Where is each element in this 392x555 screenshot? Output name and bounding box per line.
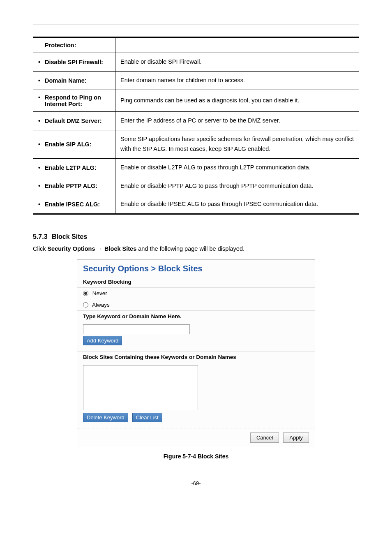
- top-rule: [33, 25, 359, 25]
- screenshot-header: Security Options > Block Sites: [77, 260, 315, 276]
- never-label: Never: [92, 290, 107, 296]
- table-label: Domain Name:: [33, 71, 115, 90]
- clickpath-prefix: Click: [33, 245, 47, 252]
- type-keyword-label: Type Keyword or Domain Name Here.: [77, 311, 315, 322]
- table-desc: Enable or disable IPSEC ALG to pass thro…: [115, 195, 359, 214]
- table-label: Enable SIP ALG:: [33, 130, 115, 158]
- section-title: Block Sites: [52, 233, 87, 240]
- section-number: 5.7.3: [33, 233, 48, 240]
- radio-always[interactable]: [83, 302, 88, 308]
- table-label: Protection:: [33, 37, 115, 53]
- clickpath-suffix: and the following page will be displayed…: [136, 245, 244, 252]
- screenshot-footer: Cancel Apply: [77, 428, 315, 447]
- table-desc: Some SIP applications have specific sche…: [115, 130, 359, 158]
- cancel-button[interactable]: Cancel: [250, 432, 279, 443]
- page-number: -69-: [33, 480, 359, 486]
- table-desc: [115, 37, 359, 53]
- apply-button[interactable]: Apply: [283, 432, 309, 443]
- add-keyword-button[interactable]: Add Keyword: [83, 336, 122, 345]
- never-row[interactable]: Never: [77, 288, 315, 299]
- table-label: Respond to Ping on Internet Port:: [33, 90, 115, 111]
- block-sites-screenshot: Security Options > Block Sites Keyword B…: [77, 259, 315, 447]
- section-heading: 5.7.3 Block Sites: [33, 233, 359, 240]
- radio-never[interactable]: [83, 291, 88, 296]
- clickpath-bold2: Block Sites: [104, 245, 136, 252]
- figure-caption: Figure 5-7-4 Block Sites: [33, 453, 359, 460]
- table-label: Enable PPTP ALG:: [33, 177, 115, 195]
- table-desc: Enter the IP address of a PC or server t…: [115, 111, 359, 130]
- table-desc: Enable or disable L2TP ALG to pass throu…: [115, 158, 359, 177]
- table-desc: Ping commands can be used as a diagnosis…: [115, 90, 359, 111]
- table-desc: Enable or disable PPTP ALG to pass throu…: [115, 177, 359, 195]
- table-label: Enable IPSEC ALG:: [33, 195, 115, 214]
- always-label: Always: [92, 302, 110, 308]
- clear-list-button[interactable]: Clear List: [132, 413, 162, 422]
- table-desc: Enter domain names for children not to a…: [115, 71, 359, 90]
- delete-keyword-button[interactable]: Delete Keyword: [83, 413, 128, 422]
- table-label: Default DMZ Server:: [33, 111, 115, 130]
- table-label: Enable L2TP ALG:: [33, 158, 115, 177]
- clickpath-bold1: Security Options: [47, 245, 95, 252]
- spec-table: Protection:Disable SPI Firewall:Enable o…: [33, 37, 359, 215]
- screenshot-title: Security Options > Block Sites: [83, 264, 309, 273]
- keyword-blocking-label: Keyword Blocking: [77, 276, 315, 288]
- table-desc: Enable or disable SPI Firewall.: [115, 53, 359, 72]
- keyword-input[interactable]: [83, 324, 190, 334]
- keyword-listbox[interactable]: [83, 365, 198, 410]
- clickpath-arrow: →: [95, 245, 104, 252]
- always-row[interactable]: Always: [77, 299, 315, 311]
- table-label: Disable SPI Firewall:: [33, 53, 115, 72]
- clickpath: Click Security Options → Block Sites and…: [33, 245, 359, 254]
- block-sites-label: Block Sites Containing these Keywords or…: [77, 352, 315, 363]
